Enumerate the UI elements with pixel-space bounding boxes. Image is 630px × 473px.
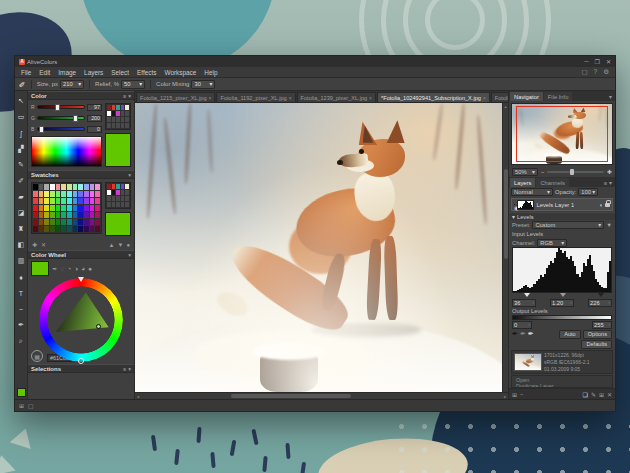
navigator-zoom-slider[interactable] (547, 171, 604, 173)
close-tab-icon[interactable]: × (209, 95, 212, 101)
menu-help[interactable]: Help (204, 69, 217, 76)
blend-mode-select[interactable]: Normal▾ (511, 188, 553, 196)
document-tab[interactable]: Fotolia_1192_pixer_XL.jpg× (216, 92, 295, 102)
close-tab-icon[interactable]: × (483, 95, 486, 101)
tool-brush-icon[interactable]: ✎ (16, 157, 27, 173)
swatches-grid[interactable] (31, 182, 102, 234)
panel-menu-icon[interactable]: ≡ (604, 180, 607, 186)
white-point-eyedropper-icon[interactable]: ✒ (528, 330, 534, 338)
document-tab[interactable]: Fotolia_1215_pixer_XL.jpg× (136, 92, 215, 102)
vertical-scroll-thumb[interactable] (504, 169, 508, 259)
tool-pencil-icon[interactable]: ✐ (16, 173, 27, 189)
tool-eraser-icon[interactable]: ◪ (16, 205, 27, 221)
options-button[interactable]: Options (583, 330, 612, 339)
step-back-icon[interactable]: − (520, 391, 524, 397)
navigator-thumbnail[interactable] (511, 103, 613, 165)
delete-swatch-icon[interactable]: ✕ (41, 241, 46, 248)
tool-chalk-icon[interactable]: ▰ (16, 189, 27, 205)
close-tab-icon[interactable]: × (369, 95, 372, 101)
collapse-icon[interactable]: ▾ (128, 93, 131, 99)
channel-select[interactable]: RGB▾ (537, 239, 567, 247)
tool-marquee-icon[interactable]: ▭ (16, 109, 27, 125)
relief-select[interactable]: 50▾ (121, 80, 145, 89)
close-tab-icon[interactable]: × (289, 95, 292, 101)
blue-slider[interactable] (37, 127, 85, 131)
blend-icon[interactable]: ◐ (599, 202, 603, 208)
tab-navigator[interactable]: Navigator (510, 92, 543, 101)
menu-image[interactable]: Image (58, 69, 76, 76)
zoom-out-icon[interactable]: − (541, 169, 544, 175)
highlight-input-field[interactable]: 226↕ (588, 299, 612, 307)
pan-icon[interactable]: ▢ (28, 402, 34, 409)
panel-menu-icon[interactable]: ≡ (123, 366, 126, 372)
size-select[interactable]: 210▾ (60, 80, 84, 89)
tool-zoom-icon[interactable]: ⌕ (16, 333, 27, 349)
collapse-icon[interactable]: ▾ (609, 94, 612, 100)
selections-panel-header[interactable]: Selections ≡▾ (28, 364, 134, 373)
delete-layer-icon[interactable]: ✕ (607, 391, 612, 398)
collapse-icon[interactable]: ▾ (128, 252, 131, 258)
red-value-field[interactable]: 97 (87, 104, 102, 111)
current-color-swatch[interactable] (105, 133, 131, 167)
wheel-mode-2-icon[interactable]: ◔ (67, 265, 71, 272)
tool-gradient-icon[interactable]: ▥ (16, 253, 27, 269)
panel-menu-icon[interactable]: ≡ (123, 93, 126, 99)
color-wheel[interactable] (39, 278, 123, 362)
close-button[interactable]: ✕ (606, 58, 611, 65)
levels-collapse-icon[interactable]: ▾ (512, 214, 515, 220)
red-slider[interactable] (37, 105, 85, 109)
layer-row-levels[interactable]: ◉ Levels Layer 1 ◐ (511, 198, 613, 211)
tab-layers[interactable]: Layers (510, 178, 535, 187)
menu-layers[interactable]: Layers (84, 69, 103, 76)
menu-file[interactable]: File (21, 69, 31, 76)
wheel-current-color[interactable] (31, 261, 49, 276)
green-value-field[interactable]: 200 (87, 115, 102, 122)
title-bar[interactable]: A AliveColors ─ ❐ ✕ (15, 56, 615, 67)
menu-select[interactable]: Select (111, 69, 129, 76)
wheel-mode-5-icon[interactable]: ● (88, 265, 92, 272)
gear-icon[interactable]: ⚙ (603, 68, 609, 76)
collapse-icon[interactable]: ▾ (609, 180, 612, 186)
tool-fill-icon[interactable]: ◧ (16, 237, 27, 253)
tool-text-icon[interactable]: T (16, 285, 27, 301)
recent-colors-grid[interactable] (105, 103, 131, 130)
import-swatches-icon[interactable]: ▲ (108, 242, 114, 248)
horizontal-scroll-thumb[interactable] (231, 394, 351, 398)
defaults-button[interactable]: Defaults (581, 340, 612, 349)
horizontal-scrollbar[interactable]: ◂ ▸ (135, 392, 508, 399)
color-panel-header[interactable]: Color ≡▾ (28, 91, 134, 100)
tool-crop-icon[interactable]: ▞ (16, 141, 27, 157)
blue-value-field[interactable]: 0 (87, 126, 102, 133)
edit-icon[interactable]: ✎ (591, 391, 596, 398)
menu-edit[interactable]: Edit (39, 69, 50, 76)
wheel-mode-3-icon[interactable]: ◑ (74, 265, 78, 272)
cloud-swatches-icon[interactable]: ● (126, 242, 130, 248)
tool-smudge-icon[interactable]: ~ (16, 301, 27, 317)
collapse-icon[interactable]: ▾ (128, 172, 131, 178)
hue-marker[interactable] (78, 277, 84, 282)
ring-marker[interactable] (78, 358, 84, 364)
tool-lasso-icon[interactable]: ʃ (16, 125, 27, 141)
foreground-color-swatch[interactable] (17, 388, 26, 397)
tool-blur-icon[interactable]: ♦ (16, 269, 27, 285)
zoom-in-icon[interactable]: ✚ (607, 169, 612, 175)
layer-name[interactable]: Levels Layer 1 (536, 202, 574, 208)
gray-point-eyedropper-icon[interactable]: ✒ (520, 330, 526, 338)
document-tab[interactable]: Fotolia_1184_pixer_XL.jpg× (491, 92, 508, 102)
black-point-eyedropper-icon[interactable]: ✒ (512, 330, 518, 338)
wheel-mode-4-icon[interactable]: ◕ (81, 265, 85, 272)
snapshot-icon[interactable]: ⊞ (512, 391, 517, 398)
tool-stamp-icon[interactable]: ♜ (16, 221, 27, 237)
wheel-mode-1-icon[interactable]: ◌ (60, 265, 64, 272)
auto-button[interactable]: Auto (559, 330, 581, 339)
help-icon[interactable]: ? (594, 68, 598, 76)
midtone-input-field[interactable]: 1.20↕ (550, 299, 574, 307)
color-wheel-panel-header[interactable]: Color Wheel ▾ (28, 250, 134, 259)
swatches-mini-grid[interactable] (105, 182, 131, 209)
green-slider[interactable] (37, 116, 85, 120)
minimize-button[interactable]: ─ (584, 58, 588, 65)
add-swatch-icon[interactable]: ✚ (32, 241, 37, 248)
output-highlight-field[interactable]: 255↕ (592, 321, 612, 329)
eyedropper-icon[interactable]: ✒ (52, 265, 57, 273)
opacity-field[interactable]: 100▾ (578, 188, 598, 196)
